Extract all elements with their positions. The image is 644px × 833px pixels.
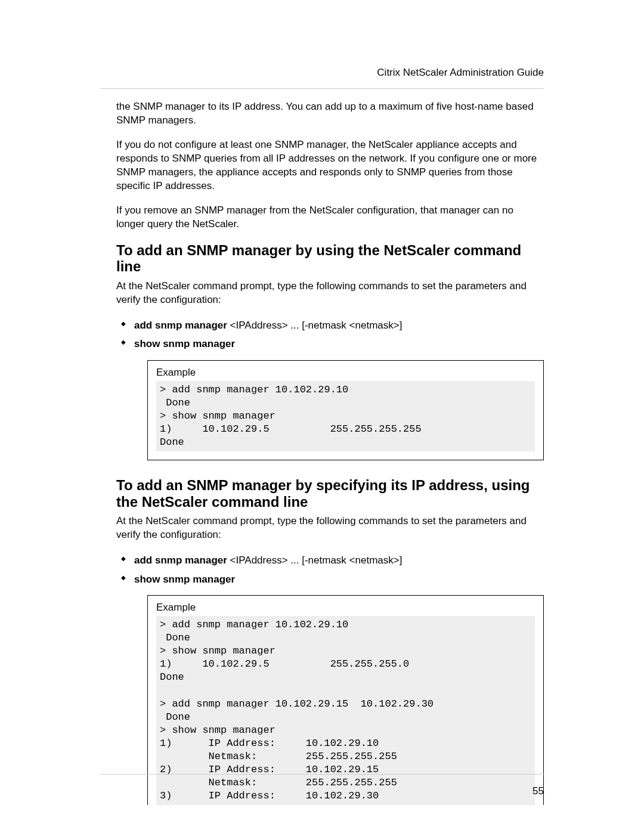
page-number: 55 [532, 785, 544, 797]
section-intro: At the NetScaler command prompt, type th… [116, 280, 544, 307]
section-heading: To add an SNMP manager by specifying its… [116, 477, 544, 510]
example-label: Example [156, 602, 535, 614]
page-content: the SNMP manager to its IP address. You … [116, 64, 544, 805]
list-item: show snmp manager [116, 572, 544, 587]
code-block: > add snmp manager 10.102.29.10 Done > s… [156, 616, 535, 805]
bullet-list: add snmp manager <IPAddress> ... [-netma… [116, 318, 544, 352]
list-item: add snmp manager <IPAddress> ... [-netma… [116, 318, 544, 333]
command-name: show snmp manager [134, 338, 235, 349]
footer-divider [100, 774, 544, 775]
paragraph-body: If you do not configure at least one SNM… [116, 138, 544, 193]
document-page: Citrix NetScaler Administration Guide th… [0, 0, 644, 833]
list-item: show snmp manager [116, 336, 544, 352]
command-name: show snmp manager [134, 574, 235, 585]
document-header-title: Citrix NetScaler Administration Guide [377, 67, 544, 79]
paragraph-continuation: the SNMP manager to its IP address. You … [116, 100, 544, 128]
header-divider [100, 88, 544, 89]
example-label: Example [156, 367, 535, 379]
command-args: <IPAddress> ... [-netmask <netmask>] [227, 320, 402, 331]
list-item: add snmp manager <IPAddress> ... [-netma… [116, 553, 544, 568]
command-name: add snmp manager [134, 320, 227, 331]
bullet-list: add snmp manager <IPAddress> ... [-netma… [116, 553, 544, 587]
example-box: Example > add snmp manager 10.102.29.10 … [147, 360, 544, 460]
section-heading: To add an SNMP manager by using the NetS… [116, 242, 544, 275]
code-block: > add snmp manager 10.102.29.10 Done > s… [156, 381, 535, 451]
section-intro: At the NetScaler command prompt, type th… [116, 515, 544, 542]
command-name: add snmp manager [134, 555, 227, 566]
command-args: <IPAddress> ... [-netmask <netmask>] [227, 555, 402, 566]
paragraph-body: If you remove an SNMP manager from the N… [116, 204, 544, 231]
